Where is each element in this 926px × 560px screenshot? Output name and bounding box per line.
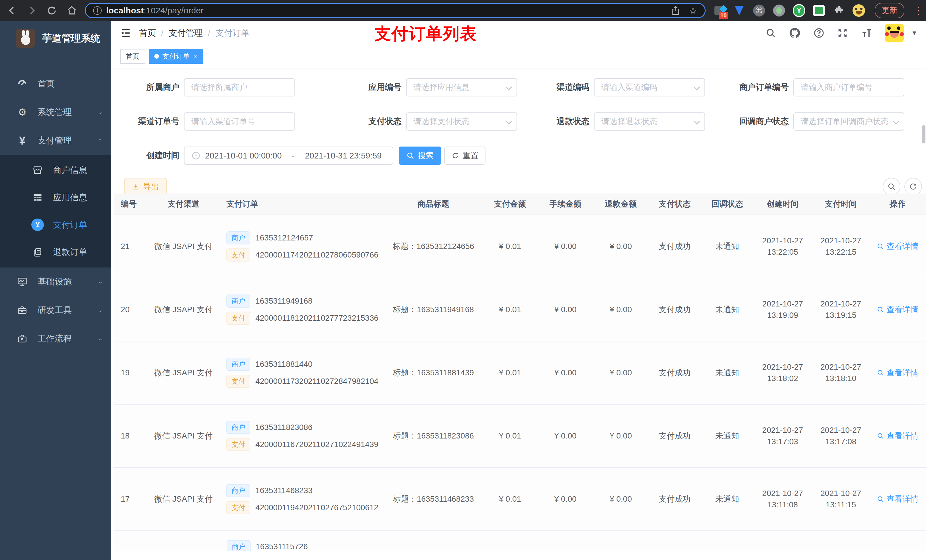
app-logo[interactable]: 芋道管理系统 [0,21,111,55]
merchant-tag: 商户 [226,484,250,497]
store-icon [31,165,44,175]
sidebar-item-devtools[interactable]: 研发工具 ⌄ [0,296,111,325]
create-time-range-picker[interactable]: 2021-10-01 00:00:00 - 2021-10-31 23:59:5… [184,146,393,165]
pay-status-select[interactable] [406,112,517,131]
site-info-icon[interactable]: i [93,6,101,15]
app-input[interactable] [413,83,510,92]
help-icon[interactable] [813,27,825,39]
col-header-status: 支付状态 [648,199,702,210]
sidebar-item-pay-order[interactable]: ¥ 支付订单 [0,211,111,238]
sidebar-item-system[interactable]: ⚙ 系统管理 ⌄ [0,98,111,126]
logo-rabbit-image [16,29,35,48]
reset-button[interactable]: 重置 [444,146,486,165]
notify-status-input[interactable] [801,117,897,126]
sidebar-item-refund-order[interactable]: 退款订单 [0,238,111,266]
filter-label: 回调商户状态 [706,116,789,127]
extensions-puzzle-icon[interactable] [832,4,845,17]
app-select[interactable] [406,78,517,97]
pay-status: 支付成功 [648,367,702,378]
sidebar-item-workflow[interactable]: 工作流程 ⌄ [0,325,111,353]
pay-amount: ¥ 0.01 [483,432,537,441]
sidebar-item-label: 退款订单 [53,246,87,258]
date-separator: - [292,151,295,160]
close-icon[interactable]: × [194,53,197,60]
hide-search-button[interactable] [883,178,900,195]
browser-chrome: i localhost:1024/pay/order ☆ 10 ⌘ Y 更新 ⋮ [0,0,926,21]
browser-update-button[interactable]: 更新 [875,3,904,18]
browser-home-icon[interactable] [67,5,77,16]
refund-amount: ¥ 0.00 [594,305,648,314]
app-title: 芋道管理系统 [42,32,100,45]
merchant-input[interactable] [191,83,287,92]
view-detail-link[interactable]: 查看详情 [877,367,918,378]
search-icon[interactable] [766,27,776,38]
pay-amount: ¥ 0.01 [483,368,537,377]
channel-code-input[interactable] [601,83,698,92]
fullscreen-icon[interactable] [837,27,848,38]
refresh-button[interactable] [904,178,922,195]
avatar-caret-icon[interactable]: ▼ [911,29,917,37]
yen-circle-icon: ¥ [31,219,44,231]
view-detail-link[interactable]: 查看详情 [877,430,918,441]
user-avatar[interactable] [885,24,904,42]
notify-status-select[interactable] [793,112,904,131]
merchant-order-no-field[interactable] [793,78,904,97]
merchant-select[interactable] [184,78,295,97]
tag-pay-order[interactable]: 支付订单× [149,49,203,64]
channel-code-select[interactable] [594,78,705,97]
share-icon[interactable] [671,6,680,15]
sidebar-item-merchant-info[interactable]: 商户信息 [0,157,111,184]
sidebar-item-infra[interactable]: 基础设施 ⌄ [0,267,111,296]
tag-home[interactable]: 首页 [120,49,145,64]
browser-menu-icon[interactable]: ⋮ [914,5,923,16]
extension-command-icon[interactable]: ⌘ [753,4,766,17]
page-scrollbar-thumb[interactable] [922,125,925,143]
export-button[interactable]: 导出 [124,178,166,195]
merchant-tag: 商户 [227,540,251,551]
github-icon[interactable] [789,27,801,39]
sidebar-item-app-info[interactable]: 应用信息 [0,184,111,211]
extension-chat-icon[interactable] [813,4,825,17]
merchant-order-no-input[interactable] [801,83,897,92]
breadcrumb-pay[interactable]: 支付管理 [156,27,203,39]
sidebar-item-label: 研发工具 [38,305,72,316]
table-row: 17 微信 JSAPI 支付 商户 1635311468233 支付 42000… [114,468,926,531]
extension-y-icon[interactable]: Y [793,4,805,17]
refund-status-select[interactable] [594,112,705,131]
extension-gem-icon[interactable] [733,4,746,17]
extension-icon[interactable]: 10 [713,4,726,17]
browser-back-icon[interactable] [7,5,17,16]
pay-status-input[interactable] [413,117,510,126]
sidebar-toggle-icon[interactable] [120,27,132,39]
search-button[interactable]: 搜索 [399,146,441,165]
yen-icon: ¥ [16,134,29,147]
pay-time: 2021-10-27 13:17:08 [813,424,869,447]
create-time: 2021-10-27 13:17:03 [753,424,813,447]
order-id: 21 [114,242,142,251]
breadcrumb-home[interactable]: 首页 [139,27,156,39]
sidebar-item-pay[interactable]: ¥ 支付管理 ⌄ [0,126,111,155]
font-size-icon[interactable] [861,27,873,39]
sidebar: 芋道管理系统 首页 ⚙ 系统管理 ⌄ ¥ 支付管理 ⌄ [0,21,111,560]
fee-amount: ¥ 0.00 [537,432,594,441]
refund-status-input[interactable] [601,117,698,126]
view-detail-link[interactable]: 查看详情 [877,241,918,252]
sidebar-item-home[interactable]: 首页 [0,69,111,98]
address-bar[interactable]: i localhost:1024/pay/order ☆ [85,3,706,18]
channel-order-no-input[interactable] [191,117,287,126]
bookmark-star-icon[interactable]: ☆ [689,5,698,16]
view-detail-link[interactable]: 查看详情 [877,304,918,315]
col-header-create-time: 创建时间 [753,199,813,210]
browser-reload-icon[interactable] [47,5,57,16]
channel-order-no-field[interactable] [184,112,295,131]
profile-avatar-icon[interactable] [853,4,865,17]
filter-label: 退款状态 [524,116,589,127]
chevron-down-icon: ⌄ [97,335,103,342]
pay-status: 支付成功 [648,494,702,504]
sidebar-item-label: 支付管理 [38,135,72,146]
pay-order-cell: 商户 1635311881440 支付 42000011732021102728… [225,354,384,392]
extension-record-icon[interactable] [773,4,785,17]
col-header-fee: 手续金额 [537,199,594,210]
browser-forward-icon[interactable] [27,5,37,16]
view-detail-link[interactable]: 查看详情 [877,494,918,504]
